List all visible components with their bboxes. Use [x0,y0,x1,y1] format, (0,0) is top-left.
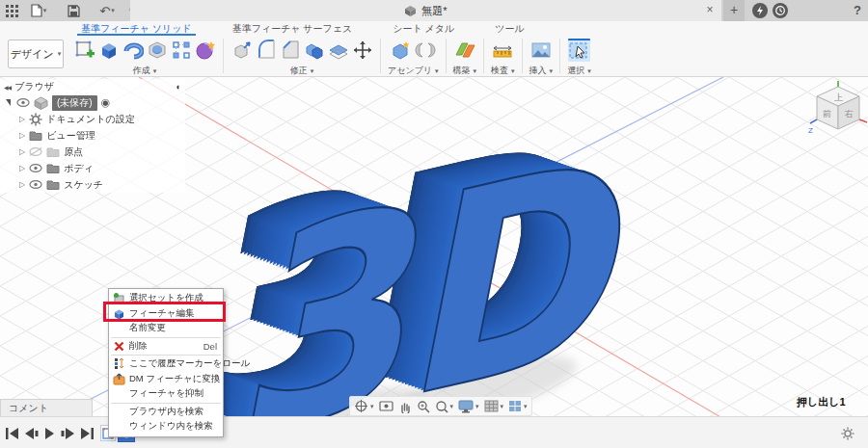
chamfer-button[interactable] [279,39,301,62]
zoom-button[interactable] [417,400,430,413]
offset-button[interactable] [327,39,349,62]
expand-triangle-icon[interactable] [6,99,11,106]
collapsed-triangle-icon[interactable]: ▷ [19,164,25,172]
document-tab[interactable]: 無題* × [130,0,721,21]
menu-item-find-in-browser[interactable]: ブラウザ内を検索 [109,405,223,420]
create-sketch-button[interactable] [73,39,95,62]
timeline-settings-gear-icon[interactable] [841,427,854,440]
workspace-switcher[interactable]: デザイン ▾ [8,40,64,68]
revolve-button[interactable] [122,39,144,62]
group-modify: 修正▾ [227,37,377,77]
dropdown-caret-icon: ▾ [511,67,515,75]
create-form-button[interactable] [194,39,216,62]
new-tab-button[interactable]: + [723,0,745,21]
viewcube[interactable]: 上 前 右 Z [808,81,868,139]
folder-icon [29,130,42,141]
panel-options-icon[interactable]: ◐ [176,82,181,92]
step-forward-icon[interactable] [62,428,75,439]
group-create-label[interactable]: 作成▾ [133,65,157,77]
tab-sheetmetal[interactable]: シート メタル [389,21,458,36]
menu-item-suppress-feature[interactable]: フィーチャを抑制 [109,386,223,402]
browser-item-label: ビュー管理 [46,129,95,143]
roll-marker-icon [113,357,125,370]
file-menu-button[interactable]: ▾ [23,0,54,21]
pattern-button[interactable] [170,39,192,62]
menu-item-edit-feature[interactable]: フィーチャ編集 [109,306,223,322]
gear-icon [29,113,42,126]
browser-item-named-views[interactable]: ▷ ビュー管理 [0,127,185,144]
context-menu: 選択セットを作成 フィーチャ編集 名前変更 削除 Del ここで履歴マーカーをロ… [108,288,224,437]
document-name-chip[interactable]: (未保存) [52,95,97,111]
eye-icon[interactable] [16,98,30,107]
pan-button[interactable] [398,400,412,413]
step-back-icon[interactable] [25,428,39,439]
grid-settings-button[interactable]: ▾ [484,400,504,412]
new-component-button[interactable] [390,39,412,62]
browser-item-sketches[interactable]: ▷ スケッチ [0,176,185,193]
group-construct-label[interactable]: 構築▾ [453,65,477,77]
collapsed-triangle-icon[interactable]: ▷ [19,115,25,123]
target-icon[interactable]: ◉ [101,96,111,109]
menu-item-find-in-window[interactable]: ウィンドウ内を検索 [109,419,223,435]
eye-icon[interactable] [29,180,42,189]
dropdown-caret-icon: ▾ [474,67,477,75]
app-grid-icon[interactable] [0,0,23,21]
collapse-panel-icon[interactable]: ◀◀ [4,84,11,91]
extrude-button[interactable] [97,39,120,62]
group-insert-label[interactable]: 挿入▾ [529,65,554,77]
dropdown-caret-icon: ▾ [43,7,47,14]
collapsed-triangle-icon[interactable]: ▷ [19,180,25,189]
press-pull-button[interactable] [231,39,253,62]
look-at-button[interactable] [379,400,393,412]
group-modify-label[interactable]: 修正▾ [290,65,314,77]
menu-item-convert-dm-feature[interactable]: DM フィーチャに変換 [109,372,223,387]
group-inspect-label[interactable]: 検査▾ [491,65,515,77]
edit-feature-icon [113,307,125,320]
viewports-button[interactable]: ▾ [508,400,528,412]
skip-to-end-icon[interactable] [81,428,94,439]
timeline-playback[interactable] [6,427,95,440]
browser-root-row[interactable]: (未保存) ◉ [0,94,185,111]
tab-close-button[interactable]: × [702,3,718,18]
menu-item-create-selection-set[interactable]: 選択セットを作成 [109,291,223,306]
menu-item-roll-history-marker[interactable]: ここで履歴マーカーをロール [109,356,223,372]
fit-zoom-button[interactable]: ▾ [435,400,454,413]
eye-icon[interactable] [29,164,42,172]
browser-item-document-settings[interactable]: ▷ ドキュメントの設定 [0,111,185,127]
save-button[interactable] [62,0,85,21]
hole-button[interactable] [146,39,168,62]
collapsed-triangle-icon[interactable]: ▷ [19,147,25,156]
workspace-label: デザイン [11,47,54,62]
construct-plane-button[interactable] [453,39,475,62]
skip-to-start-icon[interactable] [6,428,18,439]
collapsed-triangle-icon[interactable]: ▷ [19,131,25,140]
group-assemble-label[interactable]: アセンブリ▾ [388,65,439,77]
help-button[interactable]: ? [849,2,866,19]
tab-tools[interactable]: ツール [491,21,528,36]
undo-button[interactable]: ↶ ▾ [93,0,122,21]
z-axis-label: Z [808,126,813,135]
notifications-button[interactable] [773,3,788,18]
eye-off-icon[interactable] [29,147,42,156]
browser-item-origin[interactable]: ▷ 原点 [0,144,185,160]
orbit-button[interactable]: ▾ [354,399,374,413]
move-button[interactable] [351,39,373,62]
browser-item-label: ボディ [64,162,94,175]
measure-button[interactable] [492,39,514,62]
comments-tab[interactable]: コメント [0,399,93,416]
tab-solid[interactable]: 基準フィーチャ ソリッド [77,21,196,36]
fillet-button[interactable] [255,39,277,62]
combine-button[interactable] [303,39,325,62]
joint-button[interactable] [414,39,436,62]
menu-item-rename[interactable]: 名前変更 [109,321,223,336]
select-button[interactable] [568,39,590,62]
insert-canvas-button[interactable] [529,39,552,62]
browser-item-bodies[interactable]: ▷ ボディ [0,160,185,176]
play-icon[interactable] [45,428,54,439]
job-status-button[interactable] [752,3,768,18]
display-settings-button[interactable]: ▾ [458,400,479,413]
tab-surface[interactable]: 基準フィーチャ サーフェス [229,21,357,36]
group-select-label[interactable]: 選択▾ [567,65,591,77]
menu-item-delete[interactable]: 削除 Del [109,339,223,355]
ribbon-toolbar: デザイン ▾ 作成▾ [0,37,868,77]
